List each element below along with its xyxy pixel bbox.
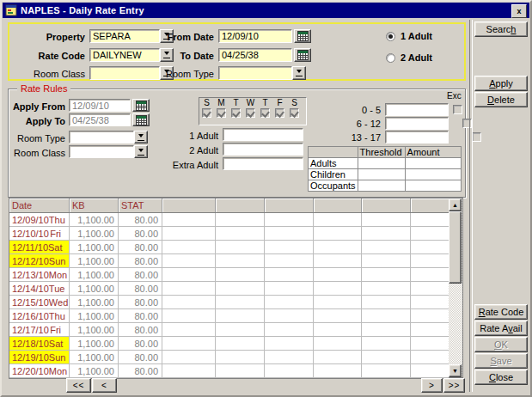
kb-cell[interactable]: 1,100.00 bbox=[70, 241, 119, 254]
date-cell[interactable]: 12/12/10Sun bbox=[9, 254, 70, 268]
empty-cell[interactable] bbox=[216, 282, 265, 296]
empty-cell[interactable] bbox=[265, 213, 314, 227]
day-checkbox[interactable] bbox=[290, 108, 299, 118]
stat-cell[interactable]: 80.00 bbox=[119, 254, 162, 268]
empty-cell[interactable] bbox=[411, 213, 449, 227]
grid-column-header[interactable] bbox=[216, 198, 265, 212]
apply-from-calendar-button[interactable] bbox=[132, 99, 150, 112]
empty-cell[interactable] bbox=[314, 323, 362, 337]
empty-cell[interactable] bbox=[362, 254, 411, 268]
empty-cell[interactable] bbox=[411, 227, 449, 241]
kb-cell[interactable]: 1,100.00 bbox=[70, 323, 119, 337]
date-cell[interactable]: 12/09/10Thu bbox=[9, 213, 70, 227]
scroll-up-icon[interactable]: ▲ bbox=[449, 198, 462, 211]
table-row[interactable]: 12/11/10Sat1,100.0080.00 bbox=[9, 241, 449, 254]
empty-cell[interactable] bbox=[411, 309, 449, 323]
empty-cell[interactable] bbox=[216, 227, 265, 241]
exc-checkbox[interactable] bbox=[453, 105, 462, 114]
date-cell[interactable]: 12/20/10Mon bbox=[9, 364, 70, 378]
empty-cell[interactable] bbox=[162, 213, 216, 227]
empty-cell[interactable] bbox=[362, 351, 411, 364]
empty-cell[interactable] bbox=[265, 351, 314, 364]
nav-next-button[interactable]: > bbox=[421, 378, 443, 393]
empty-cell[interactable] bbox=[216, 254, 265, 268]
nav-last-button[interactable]: >> bbox=[443, 378, 465, 393]
empty-cell[interactable] bbox=[265, 364, 314, 378]
threshold-cell[interactable] bbox=[405, 180, 461, 192]
empty-cell[interactable] bbox=[162, 241, 216, 254]
empty-cell[interactable] bbox=[265, 296, 314, 309]
empty-cell[interactable] bbox=[411, 351, 449, 364]
empty-cell[interactable] bbox=[162, 364, 216, 378]
empty-cell[interactable] bbox=[162, 351, 216, 364]
empty-cell[interactable] bbox=[314, 309, 362, 323]
kb-cell[interactable]: 1,100.00 bbox=[70, 351, 119, 364]
empty-cell[interactable] bbox=[162, 254, 216, 268]
empty-cell[interactable] bbox=[362, 227, 411, 241]
empty-cell[interactable] bbox=[314, 241, 362, 254]
room-type-input[interactable] bbox=[218, 66, 292, 80]
close-button[interactable]: Close bbox=[474, 370, 528, 385]
kb-cell[interactable]: 1,100.00 bbox=[70, 254, 119, 268]
apply-to-calendar-button[interactable] bbox=[132, 113, 150, 126]
threshold-cell[interactable] bbox=[358, 169, 405, 180]
grid-column-header[interactable]: Date bbox=[9, 198, 70, 212]
rr-room-class-input[interactable] bbox=[69, 145, 134, 158]
grid-column-header[interactable]: STAT bbox=[119, 198, 162, 212]
kb-cell[interactable]: 1,100.00 bbox=[70, 268, 119, 282]
day-checkbox[interactable] bbox=[260, 108, 270, 118]
empty-cell[interactable] bbox=[265, 309, 314, 323]
kb-cell[interactable]: 1,100.00 bbox=[70, 309, 119, 323]
search-button[interactable]: Search bbox=[474, 21, 528, 37]
rr-adult1-input[interactable] bbox=[223, 128, 303, 141]
grid-column-header[interactable] bbox=[265, 198, 314, 212]
empty-cell[interactable] bbox=[162, 296, 216, 309]
empty-cell[interactable] bbox=[314, 268, 362, 282]
threshold-cell[interactable] bbox=[358, 158, 405, 169]
empty-cell[interactable] bbox=[362, 268, 411, 282]
empty-cell[interactable] bbox=[314, 337, 362, 351]
day-checkbox[interactable] bbox=[217, 108, 226, 118]
stat-cell[interactable]: 80.00 bbox=[119, 323, 162, 337]
stat-cell[interactable]: 80.00 bbox=[119, 351, 162, 364]
empty-cell[interactable] bbox=[362, 296, 411, 309]
age-bucket-input[interactable] bbox=[385, 131, 449, 144]
empty-cell[interactable] bbox=[265, 227, 314, 241]
title-bar[interactable]: NAPLES - Daily Rate Entry x bbox=[3, 3, 529, 18]
empty-cell[interactable] bbox=[216, 296, 265, 309]
day-checkbox[interactable] bbox=[231, 108, 241, 118]
to-date-calendar-button[interactable] bbox=[294, 48, 311, 62]
table-row[interactable]: 12/14/10Tue1,100.0080.00 bbox=[9, 282, 449, 296]
from-date-calendar-button[interactable] bbox=[294, 29, 311, 43]
scrollbar-thumb[interactable] bbox=[449, 211, 462, 284]
date-cell[interactable]: 12/16/10Thu bbox=[9, 309, 70, 323]
empty-cell[interactable] bbox=[265, 268, 314, 282]
empty-cell[interactable] bbox=[265, 337, 314, 351]
rr-adult2-input[interactable] bbox=[223, 143, 303, 156]
date-cell[interactable]: 12/17/10Fri bbox=[9, 323, 70, 337]
table-row[interactable]: 12/17/10Fri1,100.0080.00 bbox=[9, 323, 449, 337]
rr-room-type-input[interactable] bbox=[69, 131, 134, 144]
stat-cell[interactable]: 80.00 bbox=[119, 213, 162, 227]
table-row[interactable]: 12/16/10Thu1,100.0080.00 bbox=[9, 309, 449, 323]
date-cell[interactable]: 12/13/10Mon bbox=[9, 268, 70, 282]
stat-cell[interactable]: 80.00 bbox=[119, 282, 162, 296]
table-row[interactable]: 12/09/10Thu1,100.0080.00 bbox=[9, 213, 449, 227]
table-row[interactable]: 12/18/10Sat1,100.0080.00 bbox=[9, 337, 449, 351]
empty-cell[interactable] bbox=[411, 254, 449, 268]
date-cell[interactable]: 12/14/10Tue bbox=[9, 282, 70, 296]
stat-cell[interactable]: 80.00 bbox=[119, 309, 162, 323]
grid-column-header[interactable] bbox=[411, 198, 449, 212]
from-date-input[interactable]: 12/09/10 bbox=[218, 29, 292, 43]
apply-to-input[interactable]: 04/25/38 bbox=[69, 113, 131, 126]
empty-cell[interactable] bbox=[314, 364, 362, 378]
rate-code-button[interactable]: Rate Code bbox=[474, 304, 528, 320]
empty-cell[interactable] bbox=[162, 337, 216, 351]
kb-cell[interactable]: 1,100.00 bbox=[70, 337, 119, 351]
to-date-input[interactable]: 04/25/38 bbox=[218, 48, 292, 62]
empty-cell[interactable] bbox=[411, 241, 449, 254]
delete-button[interactable]: Delete bbox=[474, 92, 528, 107]
extra-adult-input[interactable] bbox=[223, 157, 303, 170]
empty-cell[interactable] bbox=[265, 254, 314, 268]
kb-cell[interactable]: 1,100.00 bbox=[70, 282, 119, 296]
